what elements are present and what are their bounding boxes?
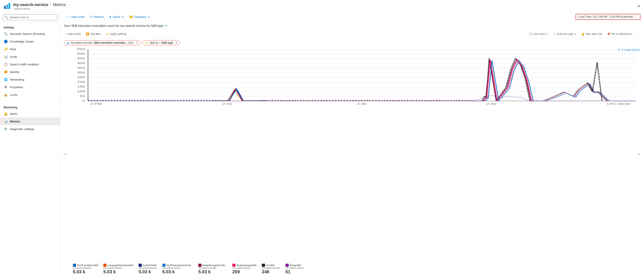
legend-label: TextTranslationSkill — [77, 264, 98, 266]
legend-label: OcrSkill — [266, 264, 274, 266]
drill-into-logs-button[interactable]: 📄 Drill into Logs ∨ — [551, 32, 578, 37]
header-title-row: my-search-service | Metrics ... — [13, 2, 71, 8]
metric-tag-close-button[interactable]: ✕ — [136, 41, 138, 44]
legend-header: TextTranslationSkill — [73, 264, 98, 267]
search-placeholder: Search (Ctrl+/) — [10, 16, 28, 19]
svg-text:250: 250 — [77, 76, 85, 79]
svg-text:350: 350 — [77, 67, 85, 69]
sidebar-item-label: Metrics — [10, 120, 20, 123]
legend-service: my-search-service — [286, 267, 304, 269]
chart-title-text: Sum Skill execution invocation count for… — [64, 24, 163, 28]
svg-text:300: 300 — [77, 71, 85, 74]
sidebar-item-knowledge-center[interactable]: 🔵 Knowledge Center — [0, 38, 60, 45]
new-alert-rule-button[interactable]: 🔔 New alert rule — [580, 32, 604, 37]
networking-icon: 🌐 — [4, 78, 8, 82]
share-button[interactable]: ⬆ Share ∨ — [107, 14, 126, 20]
sidebar-item-locks[interactable]: 🔒 Locks — [0, 91, 60, 99]
search-input[interactable]: 🔍 Search (Ctrl+/) — [3, 14, 58, 20]
chart-nav-left-button[interactable]: ‹ — [62, 151, 68, 157]
feedback-button[interactable]: 🙂 Feedback ∨ — [127, 14, 152, 20]
line-chart-icon: 📈 — [529, 33, 532, 36]
properties-icon: ⚙ — [4, 85, 8, 89]
sidebar-item-label: Alerts — [10, 112, 17, 116]
alerts-icon: 🔔 — [4, 112, 8, 116]
sidebar-search-area: 🔍 Search (Ctrl+/) — [0, 13, 60, 22]
add-filter-button[interactable]: 🔽 Add filter — [84, 32, 102, 37]
refresh-button[interactable]: ↻ Refresh — [88, 14, 106, 20]
share-label: Share — [113, 15, 120, 19]
add-filter-icon: 🔽 — [86, 33, 89, 36]
edit-title-icon[interactable]: ✏ — [165, 24, 168, 28]
legend-value: 5.03 k — [103, 269, 116, 274]
sidebar: 🔍 Search (Ctrl+/) ‹‹ Settings 🔍 Semantic… — [0, 13, 60, 278]
chart-nav-right-button[interactable]: › — [636, 151, 642, 157]
close-button[interactable]: ✕ — [637, 4, 640, 9]
svg-text:100: 100 — [77, 90, 85, 93]
cloud-icon: ☁ — [66, 41, 69, 44]
split-tag-close-button[interactable]: ✕ — [175, 41, 178, 44]
legend-color-text-translation — [73, 264, 76, 267]
sidebar-item-diagnostic[interactable]: ⚙ Diagnostic settings — [0, 125, 60, 133]
svg-text:2:30: 2:30 — [357, 103, 366, 105]
svg-text:500: 500 — [77, 53, 85, 55]
apply-splitting-button[interactable]: ⚡ Apply splitting — [104, 32, 128, 37]
more-options-button[interactable]: ··· — [634, 32, 640, 37]
drill-chevron-icon: ∨ — [574, 33, 576, 36]
legend-label: EntityPIISkill — [143, 264, 156, 266]
header-ellipsis[interactable]: ... — [68, 3, 71, 7]
legend-value: 51 — [286, 269, 290, 274]
app-icon — [4, 3, 11, 10]
sidebar-item-scale[interactable]: 📊 Scale — [0, 53, 60, 61]
sidebar-item-networking[interactable]: 🌐 Networking — [0, 76, 60, 83]
add-metric-button[interactable]: + Add metric — [64, 32, 83, 37]
main-toolbar: + + New chart ↻ Refresh ⬆ Share ∨ 🙂 Feed… — [60, 13, 644, 21]
header: my-search-service | Metrics ... Search s… — [0, 0, 644, 13]
apply-splitting-icon: ⚡ — [106, 33, 109, 36]
sidebar-item-alerts[interactable]: 🔔 Alerts — [0, 110, 60, 118]
sidebar-item-identity[interactable]: 🔶 Identity — [0, 68, 60, 76]
chart-toolbar: + Add metric 🔽 Add filter ⚡ Apply splitt… — [64, 30, 640, 38]
sidebar-item-label: Diagnostic settings — [10, 127, 34, 131]
service-label: Search service — [14, 8, 71, 10]
semantic-search-icon: 🔍 — [4, 32, 8, 36]
legend-value: 5.03 k — [162, 269, 175, 274]
time-range-label: Local Time: 1/3 1:59 PM - 2:59 PM (Autom… — [578, 15, 638, 18]
svg-text:2 PM: 2 PM — [90, 103, 102, 105]
feedback-chevron-icon: ∨ — [148, 15, 150, 19]
legend-label: AnalyzeImageSkill — [236, 264, 256, 266]
metric-tag-split-by: ⚡ Split by = Skill type ✕ — [142, 40, 180, 45]
keys-icon: 🔑 — [4, 47, 8, 51]
sidebar-item-label: Identity — [10, 70, 19, 74]
sidebar-item-metrics[interactable]: 📊 Metrics — [0, 118, 60, 125]
sidebar-item-semantic-search[interactable]: 🔍 Semantic Search (Preview) — [0, 30, 60, 38]
drill-logs-icon: 📄 — [553, 33, 556, 36]
legend-color-ocr — [262, 264, 265, 267]
sidebar-item-label: Search traffic analytics — [10, 63, 39, 66]
new-chart-button[interactable]: + + New chart — [64, 14, 87, 20]
metrics-icon: 📊 — [4, 119, 8, 123]
sidebar-item-keys[interactable]: 🔑 Keys — [0, 45, 60, 53]
chart-container: Sum Skill execution invocation count for… — [60, 21, 644, 278]
legend-color-merge — [286, 264, 289, 267]
sidebar-divider — [0, 100, 60, 101]
pin-to-dashboard-button[interactable]: 📌 Pin to dashboard — [605, 32, 633, 37]
scale-icon: 📊 — [4, 55, 8, 59]
chart-toolbar-right: 📈 Line chart ∨ 📄 Drill into Logs ∨ 🔔 New… — [527, 32, 640, 37]
legend-label: MergeSkill — [290, 264, 301, 266]
sidebar-item-search-traffic[interactable]: 📋 Search traffic analytics — [0, 61, 60, 68]
feedback-icon: 🙂 — [129, 15, 133, 19]
knowledge-center-icon: 🔵 — [4, 39, 8, 44]
content-area: + + New chart ↻ Refresh ⬆ Share ∨ 🙂 Feed… — [60, 13, 644, 278]
svg-text:150: 150 — [77, 86, 85, 88]
new-chart-label: + New chart — [69, 15, 85, 19]
service-name: my-search-service — [13, 3, 48, 7]
search-icon: 🔍 — [5, 16, 8, 19]
time-range-button[interactable]: Local Time: 1/3 1:59 PM - 2:59 PM (Autom… — [576, 14, 640, 20]
page-title: Metrics — [53, 3, 66, 7]
legend-header: KeyPhraseExtractionS... — [162, 264, 193, 267]
legend-color-entity-pii — [139, 264, 142, 267]
line-chart-button[interactable]: 📈 Line chart ∨ — [527, 32, 550, 37]
add-metric-icon: + — [66, 33, 67, 36]
metric-tag-skill-execution: ☁ my-search-service, Skill execution inv… — [64, 40, 141, 45]
sidebar-item-properties[interactable]: ⚙ Properties — [0, 83, 60, 91]
